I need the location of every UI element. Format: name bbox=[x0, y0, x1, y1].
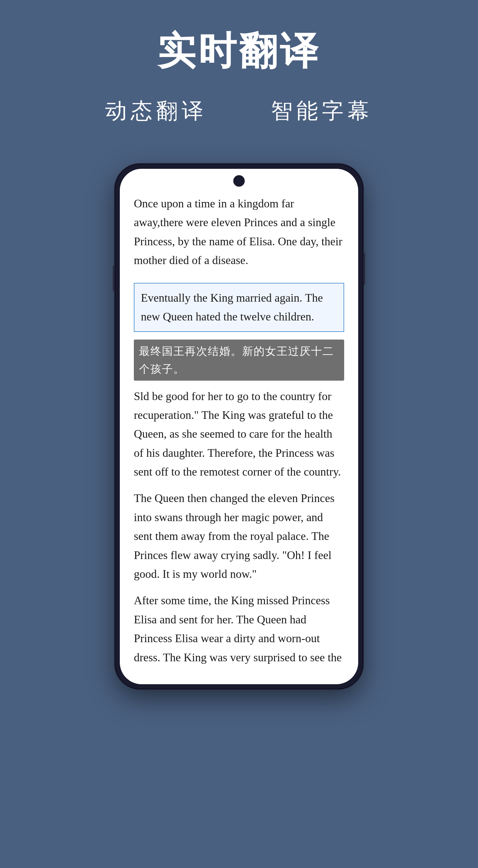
paragraph5-text: After some time, the King missed Princes… bbox=[134, 594, 341, 663]
story-paragraph-4: The Queen then changed the eleven Prince… bbox=[134, 489, 344, 584]
para3-start: S bbox=[134, 390, 140, 403]
story-paragraph-3: Sld be good for her to go to the country… bbox=[134, 387, 344, 482]
paragraph4-text: The Queen then changed the eleven Prince… bbox=[134, 492, 335, 580]
phone-wrapper: Once upon a time in a kingdom far away,t… bbox=[115, 164, 363, 689]
camera-cutout bbox=[233, 175, 245, 187]
page-container: 实时翻译 动态翻译 智能字幕 Once upon a time in a kin… bbox=[0, 0, 478, 868]
story-text: Once upon a time in a kingdom far away,t… bbox=[134, 194, 344, 667]
phone-frame: Once upon a time in a kingdom far away,t… bbox=[115, 164, 363, 689]
main-title: 实时翻译 bbox=[157, 26, 321, 78]
story-paragraph-5: After some time, the King missed Princes… bbox=[134, 591, 344, 667]
subtitle-row: 动态翻译 智能字幕 bbox=[105, 96, 373, 125]
highlighted-translation-box: Eventually the King married again. The n… bbox=[134, 283, 344, 332]
para3-mid: ld be good for her to go to the country … bbox=[134, 390, 341, 478]
power-button bbox=[363, 253, 365, 285]
phone-screen: Once upon a time in a kingdom far away,t… bbox=[120, 169, 358, 684]
translation-overlay-text: 最终国王再次结婚。新的女王过厌十二个孩子。 bbox=[134, 340, 344, 380]
volume-button bbox=[113, 266, 115, 291]
translation-overlay-container: 最终国王再次结婚。新的女王过厌十二个孩子。 bbox=[134, 338, 344, 381]
screen-content: Once upon a time in a kingdom far away,t… bbox=[120, 169, 358, 684]
paragraph1-text: Once upon a time in a kingdom far away,t… bbox=[134, 197, 342, 267]
subtitle-smart-subtitles: 智能字幕 bbox=[271, 96, 373, 125]
highlighted-english-text: Eventually the King married again. The n… bbox=[141, 291, 323, 323]
subtitle-dynamic-translation: 动态翻译 bbox=[105, 96, 207, 125]
story-paragraph-1: Once upon a time in a kingdom far away,t… bbox=[134, 194, 344, 270]
